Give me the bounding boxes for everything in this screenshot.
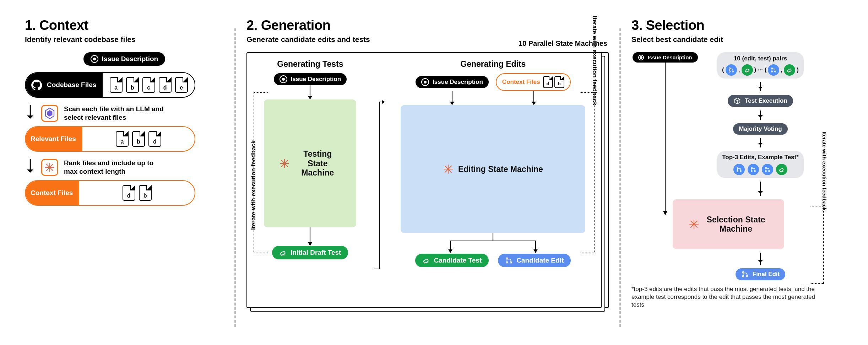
pr-icon xyxy=(726,64,737,76)
state-machine-panel: Generating Tests Issue Description Testi… xyxy=(246,52,602,308)
file-icon: d xyxy=(159,77,172,93)
testing-state-machine: Testing State Machine xyxy=(264,99,356,227)
candidate-edit-pill: Candidate Edit xyxy=(498,254,571,267)
file-icon: b xyxy=(139,185,152,201)
pr-icon xyxy=(505,257,513,264)
top3-pill: Top-3 Edits, Example Test* xyxy=(717,151,804,178)
scan-helper: Scan each file with an LLM and select re… xyxy=(64,105,167,122)
target-icon xyxy=(280,75,287,83)
llm-icon xyxy=(41,105,58,122)
context-title: 1. Context xyxy=(25,18,224,33)
target-icon xyxy=(91,55,98,63)
eraser-icon xyxy=(784,64,795,76)
codebase-files-pill: Codebase Files abcde xyxy=(25,72,195,98)
file-icon: d xyxy=(148,131,161,147)
arrow-down-icon xyxy=(306,227,314,246)
separator xyxy=(234,28,236,327)
asterisk-icon xyxy=(41,159,58,176)
majority-voting-pill: Majority Voting xyxy=(733,123,788,135)
file-icon: a xyxy=(110,77,123,93)
initial-draft-test-pill: Initial Draft Test xyxy=(272,246,348,259)
issue-pill-edits: Issue Description xyxy=(416,76,489,88)
test-execution-pill: Test Execution xyxy=(728,95,793,107)
file-icon: b xyxy=(132,131,145,147)
svg-marker-10 xyxy=(308,96,312,99)
candidate-test-pill: Candidate Test xyxy=(415,254,489,267)
feedback-loop-selection xyxy=(810,206,824,284)
pairs-pill: 10 (edit, test) pairs (, ) ··· (, ) xyxy=(717,52,804,79)
eraser-icon xyxy=(742,64,753,76)
footnote: *top-3 edits are the edits that pass the… xyxy=(631,285,816,309)
eraser-icon xyxy=(279,249,287,257)
file-icon: d xyxy=(123,185,135,201)
svg-marker-13 xyxy=(382,100,385,104)
arrow-down-icon xyxy=(449,91,456,105)
generating-tests-heading: Generating Tests xyxy=(277,59,343,69)
pr-icon xyxy=(748,164,759,175)
svg-marker-21 xyxy=(663,211,667,215)
context-files-pill: Context Files db xyxy=(25,180,195,206)
svg-marker-18 xyxy=(448,249,452,253)
arrow-down-icon xyxy=(25,159,36,176)
generating-edits-heading: Generating Edits xyxy=(460,59,526,69)
pr-icon xyxy=(768,64,779,76)
iterate-label-selection: Iterate with execution feedback xyxy=(821,131,828,211)
arrow-down-icon xyxy=(760,82,761,91)
arrow-down-icon xyxy=(760,110,761,120)
arrow-down-icon xyxy=(306,85,314,99)
file-icon: a xyxy=(116,131,129,147)
context-files-chip: Context Files db xyxy=(496,73,571,91)
eraser-icon xyxy=(422,257,430,264)
github-icon xyxy=(31,79,43,91)
svg-marker-17 xyxy=(532,102,536,105)
selection-title: 3. Selection xyxy=(631,18,816,33)
issue-description-pill: Issue Description xyxy=(83,52,165,66)
arrow-down-icon xyxy=(25,105,36,122)
editing-state-machine: Editing State Machine xyxy=(401,105,585,233)
file-icon: c xyxy=(142,77,155,93)
long-arrow-down xyxy=(662,63,669,215)
split-arrow xyxy=(433,233,553,254)
selection-column: 3. Selection Select best candidate edit … xyxy=(631,18,816,327)
generation-column: 2. Generation Generate candidate edits a… xyxy=(246,18,609,327)
generation-title: 2. Generation xyxy=(246,18,609,33)
arrow-down-icon xyxy=(760,182,761,196)
pr-icon xyxy=(762,164,773,175)
context-files-list: db xyxy=(79,185,195,201)
separator xyxy=(619,28,621,327)
codebase-files-list: abcde xyxy=(103,77,195,93)
pr-icon xyxy=(741,270,749,278)
context-subtitle: Identify relevant codebase files xyxy=(25,35,224,44)
context-column: 1. Context Identify relevant codebase fi… xyxy=(25,18,224,327)
arrow-down-icon xyxy=(530,91,537,105)
final-edit-pill: Final Edit xyxy=(736,268,786,280)
file-icon: b xyxy=(126,77,139,93)
selection-subtitle: Select best candidate edit xyxy=(631,35,816,44)
arrow-down-icon xyxy=(760,138,761,147)
file-icon: b xyxy=(554,76,564,88)
rank-helper: Rank files and include up to max context… xyxy=(64,159,167,176)
issue-pill-selection: Issue Description xyxy=(633,52,698,63)
file-icon: d xyxy=(543,76,553,88)
pr-icon xyxy=(733,164,745,175)
svg-marker-15 xyxy=(450,102,454,105)
target-icon xyxy=(638,55,644,60)
iterate-label-right: Iterate with execution feedback xyxy=(591,16,598,106)
file-icon: e xyxy=(175,77,188,93)
svg-marker-12 xyxy=(308,242,312,246)
cube-icon xyxy=(733,97,741,105)
issue-pill-tests: Issue Description xyxy=(274,73,347,85)
eraser-icon xyxy=(776,164,787,175)
relevant-files-pill: Relevant Files abd xyxy=(25,126,195,152)
target-icon xyxy=(421,78,429,86)
arrow-down-icon xyxy=(760,253,761,265)
svg-marker-19 xyxy=(533,249,538,253)
selection-state-machine: Selection State Machine xyxy=(673,199,784,249)
connector xyxy=(374,59,385,273)
feedback-loop-right xyxy=(580,92,595,253)
iterate-label-left: Iterate with execution feedback xyxy=(250,140,257,230)
relevant-files-list: abd xyxy=(82,131,195,147)
